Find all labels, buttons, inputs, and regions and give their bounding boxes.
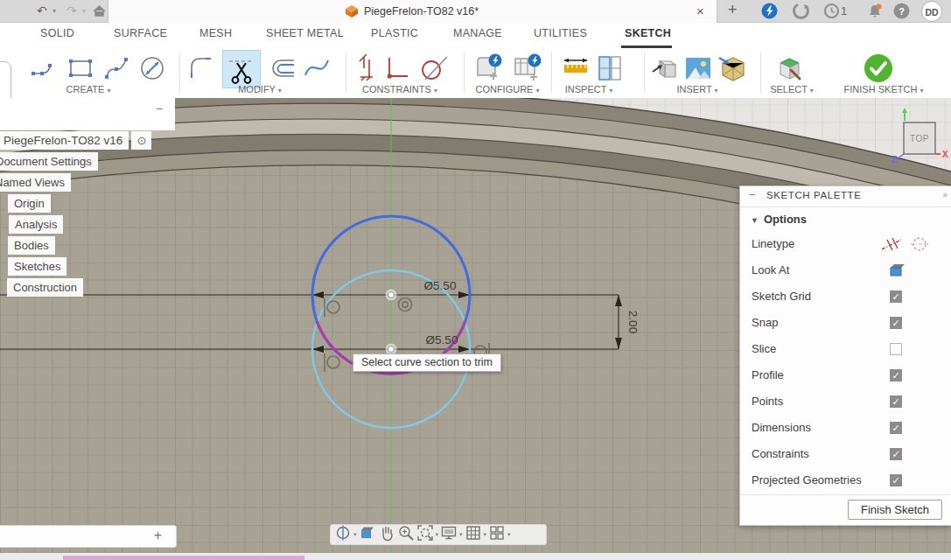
modify-curve-icon[interactable] <box>301 52 332 84</box>
inspect-measure-icon[interactable] <box>560 52 591 84</box>
profile-checkbox[interactable]: ✓ <box>890 369 902 382</box>
constraint-tangent-icon[interactable] <box>418 52 450 84</box>
extensions-icon[interactable] <box>761 3 778 23</box>
document-tab[interactable]: PiegeFrelon-TO82 v16* × <box>108 0 717 23</box>
configure-feature-icon[interactable] <box>472 52 504 84</box>
tab-solid[interactable]: SOLID <box>40 27 74 39</box>
constraint-perpendicular-icon[interactable] <box>381 52 413 84</box>
dimensions-checkbox[interactable]: ✓ <box>890 422 902 434</box>
browser-item-bodies[interactable]: Bodies <box>8 236 55 255</box>
home-icon[interactable] <box>93 4 106 21</box>
tab-manage[interactable]: MANAGE <box>453 27 502 39</box>
browser-item-document-settings[interactable]: Document Settings <box>0 152 98 171</box>
palette-footer-divider <box>740 494 950 495</box>
visibility-icon[interactable]: ⊙ <box>131 131 151 150</box>
grid-dropdown-icon[interactable]: ▾ <box>484 531 487 538</box>
browser-item-sketches[interactable]: Sketches <box>8 257 66 276</box>
dimension-distance[interactable]: 2.00 <box>626 311 640 333</box>
projected-geometries-checkbox[interactable]: ✓ <box>890 474 902 486</box>
browser-root-row[interactable]: PiegeFrelon-TO82 v16 ⊙ <box>0 131 151 150</box>
tab-sketch[interactable]: SKETCH <box>625 27 671 39</box>
create-rectangle-icon[interactable] <box>65 52 96 84</box>
redo-icon[interactable]: ↷ <box>66 0 77 22</box>
title-bar: ↶ ▾ ↷ ▾ PiegeFrelon-TO82 v16* × + 1 ? <box>0 0 951 23</box>
help-icon[interactable]: ? <box>893 3 910 23</box>
tab-sheet-metal[interactable]: SHEET METAL <box>266 27 344 39</box>
browser-item-origin[interactable]: Origin <box>8 194 51 213</box>
trim-tooltip: Select curve section to trim <box>353 354 501 372</box>
browser-root-label[interactable]: PiegeFrelon-TO82 v16 <box>0 131 129 150</box>
ribbon-tab-row: SOLID SURFACE MESH SHEET METAL PLASTIC M… <box>0 23 951 48</box>
constraint-vertical-icon[interactable] <box>353 52 385 84</box>
pan-icon[interactable] <box>378 524 395 545</box>
timeline-bar[interactable]: + <box>0 525 177 548</box>
undo-icon[interactable]: ↶ <box>37 0 47 22</box>
finish-sketch-button[interactable]: Finish Sketch <box>848 500 942 520</box>
look-at-icon[interactable] <box>888 262 906 281</box>
create-line-icon[interactable] <box>28 52 59 84</box>
dimension-diameter-1[interactable]: Ø5.50 <box>424 279 457 292</box>
linetype-construction-icon[interactable] <box>880 236 903 256</box>
grid-icon[interactable] <box>465 524 482 545</box>
fit-dropdown-icon[interactable]: ▾ <box>436 531 439 538</box>
modify-trim-icon[interactable] <box>226 54 257 86</box>
linetype-centerline-icon[interactable] <box>910 235 929 256</box>
redo-dropdown-icon[interactable]: ▾ <box>82 0 86 22</box>
dimension-diameter-2[interactable]: Ø5.50 <box>426 333 458 346</box>
sketch-grid-checkbox[interactable]: ✓ <box>890 290 902 303</box>
display-dropdown-icon[interactable]: ▾ <box>459 531 463 538</box>
close-tab-icon[interactable]: × <box>696 0 704 22</box>
palette-options-section[interactable]: ▼Options <box>751 213 807 226</box>
axis-z-label: Z <box>892 155 897 163</box>
palette-expand-icon[interactable]: » <box>942 190 948 200</box>
modify-fillet-icon[interactable] <box>185 52 217 84</box>
browser-minimize-icon[interactable]: − <box>150 100 168 117</box>
view-cube-face-label[interactable]: TOP <box>910 134 929 144</box>
zoom-icon[interactable] <box>397 524 415 545</box>
browser-item-analysis[interactable]: Analysis <box>9 215 63 234</box>
modify-group-label[interactable]: MODIFY ▾ <box>194 84 325 94</box>
document-cube-icon <box>345 4 359 22</box>
insert-canvas-icon[interactable] <box>682 52 714 84</box>
palette-row-profile: Profile ✓ <box>740 362 950 388</box>
notifications-bell-icon[interactable] <box>866 3 884 24</box>
timeline-add-icon[interactable]: + <box>154 528 162 543</box>
viewports-dropdown-icon[interactable]: ▾ <box>507 531 511 538</box>
inspect-section-icon[interactable] <box>593 52 625 84</box>
palette-minimize-icon[interactable]: − <box>749 188 756 201</box>
tab-plastic[interactable]: PLASTIC <box>371 27 418 39</box>
viewports-icon[interactable] <box>488 524 506 545</box>
user-avatar[interactable]: DD <box>921 1 942 22</box>
slice-checkbox[interactable] <box>890 343 902 355</box>
create-dimension-icon[interactable] <box>136 52 168 84</box>
modify-offset-icon[interactable] <box>268 52 299 84</box>
constraints-checkbox[interactable]: ✓ <box>890 448 902 460</box>
create-spline-icon[interactable] <box>101 52 133 84</box>
view-cube[interactable]: TOP Z X <box>888 103 951 163</box>
insert-mesh-icon[interactable] <box>717 52 749 84</box>
create-group-label[interactable]: CREATE ▾ <box>23 84 154 94</box>
undo-dropdown-icon[interactable]: ▾ <box>52 0 56 22</box>
display-settings-icon[interactable] <box>440 524 458 545</box>
browser-item-construction[interactable]: Construction <box>7 278 83 297</box>
select-tool-icon[interactable] <box>773 52 805 84</box>
job-status-icon[interactable] <box>793 3 809 23</box>
look-at-icon[interactable] <box>359 524 376 545</box>
new-tab-icon[interactable]: + <box>728 0 738 21</box>
finish-sketch-group-label[interactable]: FINISH SKETCH ▾ <box>814 84 951 94</box>
recent-activity-icon[interactable] <box>823 3 840 23</box>
fit-icon[interactable] <box>416 524 434 545</box>
tab-surface[interactable]: SURFACE <box>114 27 167 39</box>
configure-table-icon[interactable] <box>511 52 542 84</box>
orbit-icon[interactable] <box>334 524 352 545</box>
points-checkbox[interactable]: ✓ <box>890 396 902 408</box>
tab-mesh[interactable]: MESH <box>199 27 232 39</box>
orbit-dropdown-icon[interactable]: ▾ <box>353 531 357 538</box>
insert-derive-icon[interactable] <box>649 52 681 84</box>
browser-item-named-views[interactable]: Named Views <box>0 173 71 192</box>
snap-checkbox[interactable]: ✓ <box>890 317 902 329</box>
finish-sketch-icon[interactable] <box>863 52 894 84</box>
options-disclosure-icon[interactable]: ▼ <box>751 216 759 225</box>
tab-utilities[interactable]: UTILITIES <box>534 27 587 39</box>
sketch-palette-header[interactable]: − SKETCH PALETTE » <box>740 186 951 207</box>
